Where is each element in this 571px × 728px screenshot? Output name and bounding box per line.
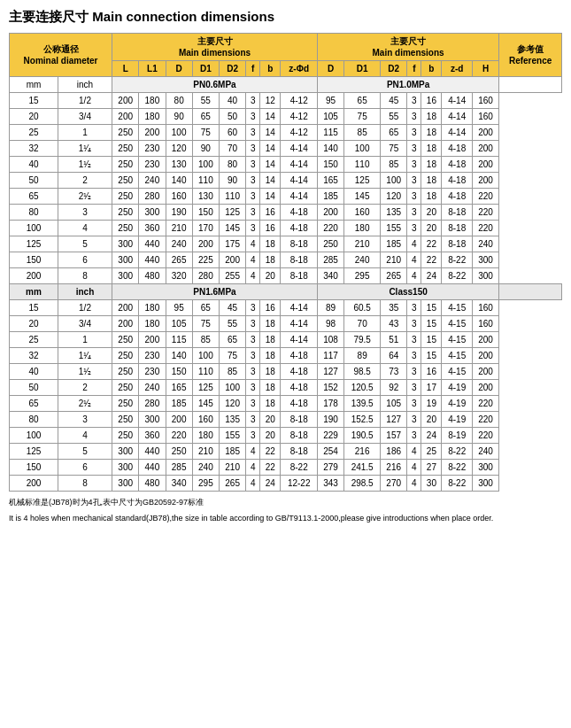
table-row: 8032503002001601353208-18190152.51273204… (10, 412, 562, 428)
page-title: 主要连接尺寸 Main connection dimensions (9, 9, 562, 26)
unit-inch-2: inch (58, 284, 112, 300)
col-d2-left: D2 (220, 61, 246, 77)
nominal-diameter-header: 公称通径Nominal diameter (10, 34, 112, 77)
main-dimensions-right-header: 主要尺寸Main dimensions (317, 34, 498, 61)
table-row: 25125020011585653184-1410879.5513154-152… (10, 332, 562, 348)
table-row: 151/22001809565453164-148960.5353154-151… (10, 300, 562, 316)
section-pn10: PN1.0MPa (317, 77, 498, 93)
table-row: 652¹⁄₂2502801601301103144-14185145120318… (10, 189, 562, 205)
table-row: 12553004402502101854228-182542161864258-… (10, 444, 562, 460)
col-h: H (472, 61, 498, 77)
unit-mm-2: mm (10, 284, 58, 300)
footnote-1: 机械标准是(JB78)时为4孔,表中尺寸为GB20592-97标准 (9, 497, 562, 508)
col-b-left: b (260, 61, 281, 77)
col-d-left: D (166, 61, 192, 77)
table-row: 401¹⁄₂250230150110853184-1812798.5733164… (10, 364, 562, 380)
section-class150: Class150 (317, 284, 498, 300)
table-row: 20083004803202802554208-183402952654248-… (10, 268, 562, 284)
col-l: L (112, 61, 139, 77)
table-row: 15063004402652252004188-182852402104228-… (10, 252, 562, 268)
table-row: 502250240140110903144-141651251003184-18… (10, 173, 562, 189)
col-zd-right: z-d (442, 61, 472, 77)
table-row: 401¹⁄₂250230130100803144-14150110853184-… (10, 157, 562, 173)
table-row: 5022502401651251003184-18152120.5923174-… (10, 380, 562, 396)
table-row: 321¹⁄₄250230140100753184-1811789643154-1… (10, 348, 562, 364)
ref-empty-2 (499, 284, 562, 300)
table-row: 10042503602101701453164-182201801553208-… (10, 221, 562, 236)
table-row: 652¹⁄₂2502801851451203184-18178139.51053… (10, 396, 562, 412)
table-row: 321¹⁄₄25023012090703144-14140100753184-1… (10, 141, 562, 157)
reference-header: 参考值Reference (499, 34, 562, 77)
table-row: 10042503602201801553208-18229190.5157324… (10, 428, 562, 444)
col-b-right: b (421, 61, 442, 77)
col-l1: L1 (139, 61, 166, 77)
table-row: 151/22001808055403124-129565453164-14160 (10, 93, 562, 109)
main-dimensions-left-header: 主要尺寸Main dimensions (112, 34, 318, 61)
col-f-right: f (407, 61, 421, 77)
table-row: 25125020010075603144-1211585653184-14200 (10, 125, 562, 141)
table-row: 200830048034029526542412-22343298.527043… (10, 476, 562, 492)
table-row: 203/420018010575553184-149870433154-1516… (10, 316, 562, 332)
section-pn06: PN0.6MPa (112, 77, 318, 93)
col-d1-right: D1 (344, 61, 381, 77)
table-row: 15063004402852402104228-22279241.5216427… (10, 460, 562, 476)
table-row: 12553004402402001754188-182502101854228-… (10, 236, 562, 252)
ref-empty (499, 77, 562, 93)
dimensions-table: 公称通径Nominal diameter 主要尺寸Main dimensions… (9, 33, 562, 492)
col-d-right: D (317, 61, 343, 77)
table-row: 8032503001901501253164-182001601353208-1… (10, 205, 562, 221)
col-d2-right: D2 (381, 61, 407, 77)
table-row: 203/42001809065503144-1210575553184-1416… (10, 109, 562, 125)
col-f-left: f (246, 61, 260, 77)
unit-inch: inch (58, 77, 112, 93)
unit-mm: mm (10, 77, 58, 93)
section-pn16: PN1.6MPa (112, 284, 318, 300)
col-zphi-left: z-Φd (281, 61, 318, 77)
footnote-2: It is 4 holes when mechanical standard(J… (9, 514, 562, 523)
col-d1-left: D1 (192, 61, 219, 77)
